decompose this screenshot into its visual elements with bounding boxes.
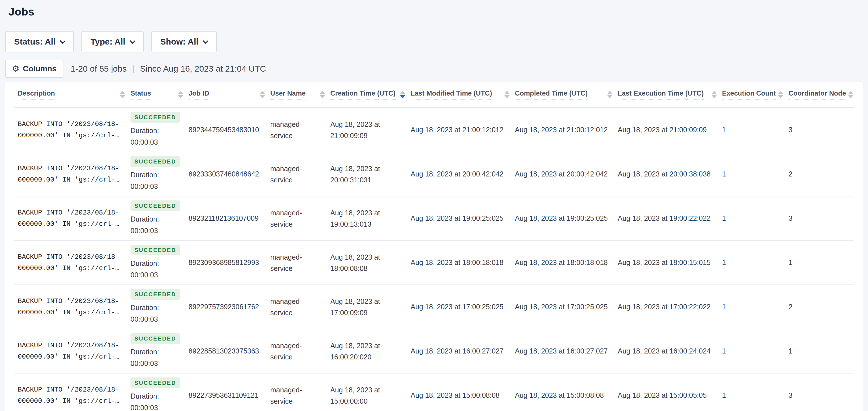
column-header-completed-time[interactable]: Completed Time (UTC) (511, 82, 614, 108)
column-header-coordinator-node[interactable]: Coordinator Node (785, 82, 854, 108)
table-row[interactable]: BACKUP INTO '/2023/08/18- 000000.00' IN … (14, 285, 854, 329)
duration-label: Duration: (130, 169, 183, 181)
table-row[interactable]: BACKUP INTO '/2023/08/18- 000000.00' IN … (14, 152, 854, 196)
duration-label: Duration: (130, 346, 183, 358)
column-label-last-execution-time: Last Execution Time (UTC) (618, 89, 704, 100)
user-name: managed- service (270, 209, 302, 228)
creation-time: Aug 18, 2023 at 15:00:00:00 (330, 386, 380, 405)
status-badge: SUCCEEDED (130, 112, 180, 123)
last-modified-time: Aug 18, 2023 at 16:00:27:027 (411, 347, 503, 355)
last-execution-time: Aug 18, 2023 at 17:00:22:022 (618, 303, 710, 311)
sort-control[interactable] (778, 91, 783, 98)
table-row[interactable]: BACKUP INTO '/2023/08/18- 000000.00' IN … (14, 240, 854, 285)
jobs-table-card: DescriptionStatusJob IDUser NameCreation… (5, 82, 863, 411)
job-id: 892273953631109121 (189, 391, 258, 399)
sort-control[interactable] (504, 91, 509, 98)
column-label-description: Description (18, 89, 55, 100)
sort-control[interactable] (320, 91, 325, 98)
last-modified-time: Aug 18, 2023 at 15:00:08:08 (411, 391, 500, 399)
job-id: 892309368985812993 (189, 259, 259, 266)
coordinator-node: 1 (788, 259, 793, 266)
sort-control[interactable] (607, 91, 612, 98)
duration-label: Duration: (130, 125, 183, 137)
duration-value: 00:00:03 (130, 402, 183, 411)
completed-time: Aug 18, 2023 at 20:00:42:042 (515, 170, 608, 178)
type-filter-dropdown[interactable]: Type: All (82, 31, 144, 53)
last-execution-time: Aug 18, 2023 at 16:00:24:024 (618, 347, 710, 355)
type-filter-label: Type: All (90, 37, 125, 47)
sort-asc-icon (712, 91, 717, 94)
duration-value: 00:00:03 (130, 358, 183, 369)
sort-control[interactable] (120, 91, 125, 98)
table-row[interactable]: BACKUP INTO '/2023/08/18- 000000.00' IN … (14, 108, 854, 152)
column-label-status: Status (130, 89, 151, 100)
job-description[interactable]: BACKUP INTO '/2023/08/18- 000000.00' IN … (18, 340, 125, 362)
column-header-status[interactable]: Status (127, 82, 185, 108)
duration-label: Duration: (130, 213, 183, 225)
job-description[interactable]: BACKUP INTO '/2023/08/18- 000000.00' IN … (18, 207, 125, 230)
status-badge: SUCCEEDED (130, 378, 180, 388)
completed-time: Aug 18, 2023 at 18:00:18:018 (515, 259, 608, 266)
status-filter-label: Status: All (14, 37, 56, 47)
jobs-page: Jobs Status: All Type: All Show: All ⚙ C… (0, 6, 868, 411)
column-label-user-name: User Name (270, 89, 306, 100)
status-badge: SUCCEEDED (130, 156, 180, 167)
job-description[interactable]: BACKUP INTO '/2023/08/18- 000000.00' IN … (18, 163, 125, 185)
duration-label: Duration: (130, 258, 183, 269)
page-title: Jobs (8, 6, 863, 18)
sort-control[interactable] (178, 91, 183, 98)
chevron-down-icon (60, 38, 66, 44)
status-filter-dropdown[interactable]: Status: All (5, 31, 74, 53)
column-label-last-modified-time: Last Modified Time (UTC) (411, 89, 492, 100)
column-header-job-id[interactable]: Job ID (185, 82, 267, 108)
sort-control[interactable] (712, 91, 717, 98)
status-badge: SUCCEEDED (130, 289, 180, 300)
job-description[interactable]: BACKUP INTO '/2023/08/18- 000000.00' IN … (18, 384, 125, 407)
table-row[interactable]: BACKUP INTO '/2023/08/18- 000000.00' IN … (14, 196, 854, 240)
sort-desc-icon (120, 95, 125, 98)
job-description[interactable]: BACKUP INTO '/2023/08/18- 000000.00' IN … (18, 296, 125, 318)
sort-control[interactable] (848, 91, 854, 98)
user-name: managed- service (270, 297, 302, 317)
column-header-creation-time[interactable]: Creation Time (UTC) (327, 82, 407, 108)
show-filter-dropdown[interactable]: Show: All (151, 31, 217, 53)
coordinator-node: 3 (788, 391, 793, 399)
last-modified-time: Aug 18, 2023 at 17:00:25:025 (411, 303, 503, 311)
completed-time: Aug 18, 2023 at 21:00:12:012 (515, 126, 608, 134)
sort-control[interactable] (400, 91, 405, 98)
column-label-completed-time: Completed Time (UTC) (515, 89, 588, 100)
column-header-last-execution-time[interactable]: Last Execution Time (UTC) (614, 82, 718, 108)
chevron-down-icon (129, 38, 135, 44)
duration-label: Duration: (130, 390, 183, 402)
job-description[interactable]: BACKUP INTO '/2023/08/18- 000000.00' IN … (18, 252, 125, 274)
coordinator-node: 3 (788, 126, 793, 134)
coordinator-node: 1 (788, 347, 793, 355)
column-header-last-modified-time[interactable]: Last Modified Time (UTC) (407, 82, 511, 108)
columns-button[interactable]: ⚙ Columns (5, 60, 63, 78)
execution-count: 1 (722, 214, 726, 222)
sort-desc-icon (320, 95, 325, 98)
job-description[interactable]: BACKUP INTO '/2023/08/18- 000000.00' IN … (18, 119, 125, 141)
last-modified-time: Aug 18, 2023 at 20:00:42:042 (411, 170, 503, 178)
duration-value: 00:00:03 (130, 225, 183, 236)
job-id: 892344759453483010 (189, 126, 259, 134)
user-name: managed- service (270, 342, 302, 361)
execution-count: 1 (722, 303, 726, 311)
sort-desc-icon (260, 95, 265, 98)
columns-button-label: Columns (23, 64, 57, 73)
column-header-execution-count[interactable]: Execution Count (718, 82, 785, 108)
completed-time: Aug 18, 2023 at 15:00:08:08 (515, 391, 604, 399)
table-row[interactable]: BACKUP INTO '/2023/08/18- 000000.00' IN … (14, 373, 854, 411)
column-label-coordinator-node: Coordinator Node (788, 89, 846, 100)
column-header-user-name[interactable]: User Name (267, 82, 327, 108)
table-row[interactable]: BACKUP INTO '/2023/08/18- 000000.00' IN … (14, 329, 854, 373)
user-name: managed- service (270, 253, 302, 272)
sort-control[interactable] (260, 91, 265, 98)
status-badge: SUCCEEDED (130, 200, 180, 211)
sort-desc-icon (178, 95, 183, 98)
sort-asc-icon (607, 91, 612, 94)
execution-count: 1 (722, 126, 726, 134)
column-header-description[interactable]: Description (14, 82, 127, 108)
completed-time: Aug 18, 2023 at 16:00:27:027 (515, 347, 608, 355)
creation-time: Aug 18, 2023 at 16:00:20:020 (330, 342, 380, 361)
